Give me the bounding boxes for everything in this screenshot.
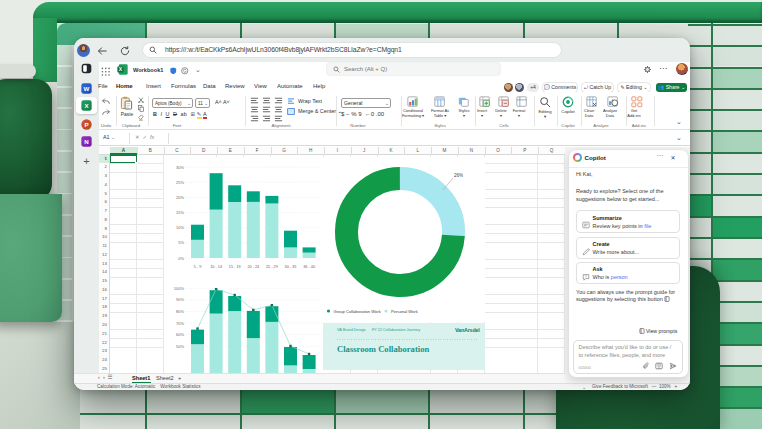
svg-text:?: ? [584,275,586,279]
svg-text:Personal Work: Personal Work [391,309,419,314]
svg-text:70%: 70% [176,321,184,326]
svg-text:15 - 19: 15 - 19 [229,265,241,269]
svg-text:X: X [119,66,123,72]
svg-text:W: W [84,85,90,92]
svg-text:100%: 100% [174,286,185,291]
svg-text:25%: 25% [176,180,184,185]
svg-text:80%: 80% [176,309,184,314]
svg-text:5%: 5% [178,240,184,245]
svg-text:25 - 29: 25 - 29 [266,265,278,269]
svg-text:20 - 24: 20 - 24 [247,265,259,269]
svg-text:10 - 14: 10 - 14 [210,265,222,269]
svg-text:30%: 30% [176,165,184,170]
svg-text:N: N [84,138,89,145]
svg-text:30 - 35: 30 - 35 [285,265,297,269]
svg-text:50%: 50% [176,344,184,349]
svg-text:36 - 40: 36 - 40 [303,265,315,269]
svg-text:60%: 60% [176,332,184,337]
svg-text:Group Collaboration Work: Group Collaboration Work [334,309,382,314]
svg-text:10%: 10% [176,225,184,230]
svg-text:15%: 15% [176,210,184,215]
svg-text:26%: 26% [454,173,463,178]
svg-text:90%: 90% [176,297,184,302]
svg-text:5 - 9: 5 - 9 [194,265,202,269]
svg-text:20%: 20% [176,195,184,200]
svg-text:0%: 0% [178,256,184,261]
